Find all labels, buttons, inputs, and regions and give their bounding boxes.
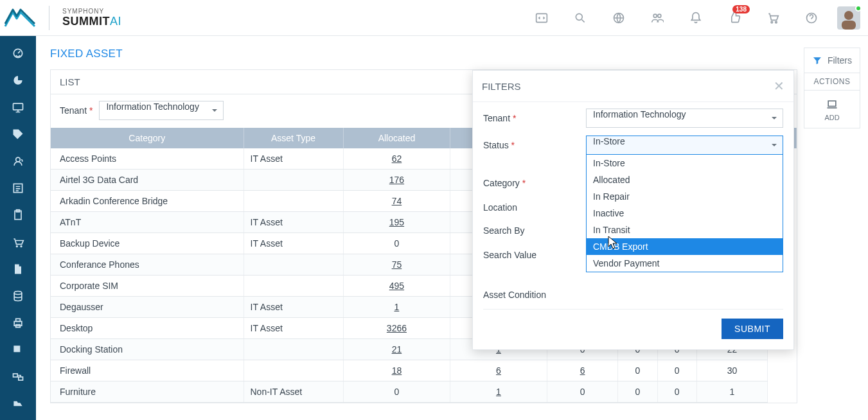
cell-allocated[interactable]: 3266 bbox=[343, 318, 450, 339]
filter-searchvalue-label: Search Value bbox=[483, 250, 586, 260]
cell-allocated[interactable]: 21 bbox=[343, 339, 450, 360]
status-option[interactable]: In-Store bbox=[587, 155, 783, 171]
nav-edit-icon[interactable] bbox=[0, 337, 36, 363]
add-label: ADD bbox=[824, 114, 839, 121]
top-header: SYMPHONY SUMMITAI 138 bbox=[0, 0, 868, 36]
cell-col3[interactable]: 6 bbox=[547, 360, 618, 381]
globe-icon[interactable] bbox=[612, 12, 625, 24]
cell-category: Corporate SIM bbox=[51, 276, 244, 297]
cell-allocated[interactable]: 495 bbox=[343, 276, 450, 297]
user-avatar[interactable] bbox=[837, 6, 860, 30]
status-option[interactable]: Vendor Payment bbox=[587, 255, 783, 272]
nav-reports-icon[interactable] bbox=[0, 67, 36, 94]
svg-point-10 bbox=[16, 157, 21, 162]
brand-logo[interactable]: SYMPHONY SUMMITAI bbox=[4, 6, 121, 30]
left-nav bbox=[0, 36, 36, 420]
cell-asset-type: IT Asset bbox=[244, 318, 343, 339]
svg-rect-22 bbox=[828, 101, 836, 106]
cell-allocated: 0 bbox=[343, 381, 450, 403]
cell-allocated[interactable]: 18 bbox=[343, 360, 450, 381]
cell-category: Firewall bbox=[51, 360, 244, 381]
actions-heading: ACTIONS bbox=[804, 73, 860, 91]
cell-asset-type bbox=[244, 276, 343, 297]
cell-col5: 0 bbox=[657, 360, 696, 381]
mountain-logo-icon bbox=[4, 7, 36, 29]
cell-col5: 0 bbox=[657, 381, 696, 403]
nav-clipboard-icon[interactable] bbox=[0, 202, 36, 229]
cell-allocated[interactable]: 195 bbox=[343, 212, 450, 233]
status-option[interactable]: In Transit bbox=[587, 222, 783, 238]
table-row: FurnitureNon-IT Asset010001 bbox=[51, 381, 797, 403]
cell-category: Airtel 3G Data Card bbox=[51, 170, 244, 191]
nav-transfer-icon[interactable] bbox=[0, 363, 36, 390]
cell-category: Desktop bbox=[51, 318, 244, 339]
search-icon[interactable] bbox=[574, 12, 587, 24]
filter-tenant-label: Tenant * bbox=[483, 113, 586, 123]
logo-divider bbox=[49, 6, 49, 30]
filter-status-dropdown: In-StoreAllocatedIn RepairInactiveIn Tra… bbox=[586, 155, 783, 272]
nav-file-icon[interactable] bbox=[0, 256, 36, 283]
cell-allocated[interactable]: 176 bbox=[343, 170, 450, 191]
status-option[interactable]: In Repair bbox=[587, 188, 783, 205]
column-header: Asset Type bbox=[244, 128, 343, 148]
laptop-icon bbox=[824, 98, 840, 111]
cell-asset-type bbox=[244, 360, 343, 381]
cart-icon[interactable] bbox=[766, 12, 779, 24]
svg-point-16 bbox=[14, 292, 22, 295]
nav-dashboard-icon[interactable] bbox=[0, 40, 36, 67]
filters-panel-title: FILTERS bbox=[482, 81, 521, 92]
nav-print-icon[interactable] bbox=[0, 310, 36, 337]
svg-point-15 bbox=[21, 246, 22, 247]
submit-button[interactable]: SUBMIT bbox=[722, 319, 783, 339]
cell-allocated[interactable]: 62 bbox=[343, 148, 450, 170]
status-option[interactable]: Inactive bbox=[587, 205, 783, 222]
nav-database-icon[interactable] bbox=[0, 283, 36, 310]
tenant-label: Tenant * bbox=[60, 105, 93, 116]
cell-allocated[interactable]: 1 bbox=[343, 297, 450, 318]
filters-button[interactable]: Filters bbox=[804, 48, 860, 73]
cell-allocated: 0 bbox=[343, 233, 450, 254]
cell-instore[interactable]: 1 bbox=[450, 381, 547, 403]
filter-status-select[interactable]: In-Store In-StoreAllocatedIn RepairInact… bbox=[586, 136, 783, 155]
table-row: Firewall18660030 bbox=[51, 360, 797, 381]
nav-cart-icon[interactable] bbox=[0, 229, 36, 256]
tenant-select[interactable]: Information Technology bbox=[99, 101, 224, 120]
cell-col6: 1 bbox=[696, 381, 768, 403]
add-button[interactable]: ADD bbox=[804, 91, 860, 128]
cell-asset-type bbox=[244, 254, 343, 276]
status-option[interactable]: Allocated bbox=[587, 171, 783, 188]
close-icon[interactable]: ✕ bbox=[774, 78, 784, 94]
nav-monitor-icon[interactable] bbox=[0, 94, 36, 121]
cell-asset-type bbox=[244, 339, 343, 360]
cell-allocated[interactable]: 75 bbox=[343, 254, 450, 276]
filter-tenant-select[interactable]: Information Technology bbox=[586, 109, 783, 128]
cell-col4: 0 bbox=[618, 360, 657, 381]
cell-asset-type bbox=[244, 191, 343, 212]
bell-icon[interactable] bbox=[689, 12, 702, 24]
cell-category: Backup Device bbox=[51, 233, 244, 254]
filters-panel: FILTERS ✕ Tenant * Information Technolog… bbox=[472, 70, 794, 350]
cell-category: Arkadin Conference Bridge bbox=[51, 191, 244, 212]
people-icon[interactable] bbox=[651, 12, 664, 24]
cell-asset-type: Non-IT Asset bbox=[244, 381, 343, 403]
nav-list-icon[interactable] bbox=[0, 175, 36, 202]
cell-instore[interactable]: 6 bbox=[450, 360, 547, 381]
cell-col6: 30 bbox=[696, 360, 768, 381]
cell-category: Access Points bbox=[51, 148, 244, 170]
funnel-icon bbox=[812, 55, 822, 66]
help-icon[interactable] bbox=[805, 12, 818, 24]
status-option[interactable]: CMDB Export bbox=[587, 238, 783, 255]
code-icon[interactable] bbox=[535, 12, 548, 24]
svg-rect-20 bbox=[13, 374, 18, 377]
cell-asset-type: IT Asset bbox=[244, 233, 343, 254]
online-status-icon bbox=[855, 5, 862, 12]
svg-point-6 bbox=[775, 21, 777, 22]
notification-badge: 138 bbox=[732, 5, 750, 13]
nav-agent-icon[interactable] bbox=[0, 148, 36, 175]
thumbsup-icon[interactable]: 138 bbox=[728, 12, 741, 24]
cell-allocated[interactable]: 74 bbox=[343, 191, 450, 212]
filters-label: Filters bbox=[828, 55, 852, 66]
nav-upload-icon[interactable] bbox=[0, 390, 36, 417]
cell-col4: 0 bbox=[618, 381, 657, 403]
nav-tag-icon[interactable] bbox=[0, 121, 36, 148]
